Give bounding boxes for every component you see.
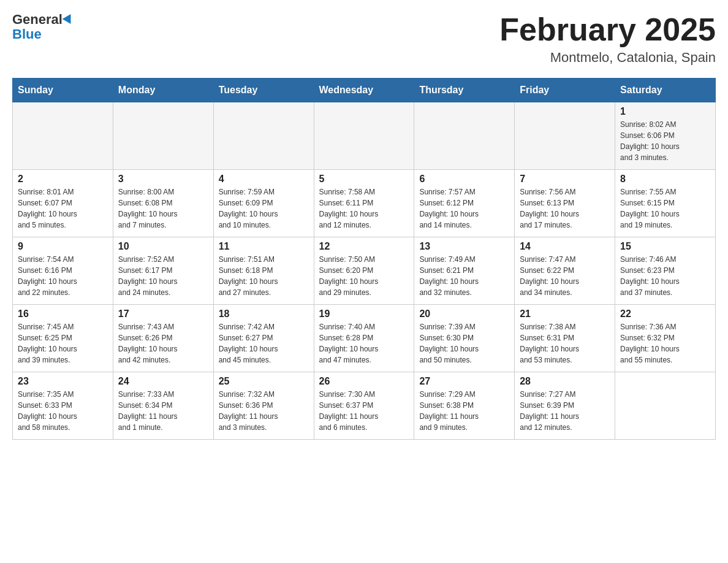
calendar-cell: 28Sunrise: 7:27 AMSunset: 6:39 PMDayligh… bbox=[515, 372, 615, 440]
calendar-cell: 8Sunrise: 7:55 AMSunset: 6:15 PMDaylight… bbox=[615, 170, 716, 237]
calendar-week-5: 23Sunrise: 7:35 AMSunset: 6:33 PMDayligh… bbox=[13, 372, 716, 440]
day-number: 19 bbox=[319, 308, 409, 320]
weekday-header-friday: Friday bbox=[515, 79, 615, 102]
calendar-cell: 24Sunrise: 7:33 AMSunset: 6:34 PMDayligh… bbox=[113, 372, 213, 440]
calendar-cell: 22Sunrise: 7:36 AMSunset: 6:32 PMDayligh… bbox=[615, 305, 716, 372]
day-info: Sunrise: 7:36 AMSunset: 6:32 PMDaylight:… bbox=[620, 321, 710, 366]
day-number: 10 bbox=[118, 241, 208, 252]
day-number: 8 bbox=[620, 174, 710, 185]
day-info: Sunrise: 7:59 AMSunset: 6:09 PMDaylight:… bbox=[219, 186, 309, 231]
day-number: 22 bbox=[620, 308, 710, 320]
day-info: Sunrise: 7:55 AMSunset: 6:15 PMDaylight:… bbox=[620, 186, 710, 231]
day-info: Sunrise: 7:45 AMSunset: 6:25 PMDaylight:… bbox=[18, 321, 108, 366]
day-info: Sunrise: 7:38 AMSunset: 6:31 PMDaylight:… bbox=[520, 321, 610, 366]
page-header: General Blue February 2025 Montmelo, Cat… bbox=[12, 12, 716, 66]
weekday-header-tuesday: Tuesday bbox=[213, 79, 314, 102]
calendar-cell bbox=[213, 102, 314, 170]
calendar-cell: 1Sunrise: 8:02 AMSunset: 6:06 PMDaylight… bbox=[615, 102, 716, 170]
day-number: 16 bbox=[18, 308, 108, 320]
calendar-week-1: 1Sunrise: 8:02 AMSunset: 6:06 PMDaylight… bbox=[13, 102, 716, 170]
day-number: 21 bbox=[520, 308, 610, 320]
calendar-cell: 15Sunrise: 7:46 AMSunset: 6:23 PMDayligh… bbox=[615, 237, 716, 305]
day-info: Sunrise: 7:54 AMSunset: 6:16 PMDaylight:… bbox=[18, 254, 108, 298]
calendar-cell: 2Sunrise: 8:01 AMSunset: 6:07 PMDaylight… bbox=[13, 170, 113, 237]
month-title: February 2025 bbox=[499, 12, 716, 47]
weekday-header-thursday: Thursday bbox=[414, 79, 515, 102]
calendar-cell: 17Sunrise: 7:43 AMSunset: 6:26 PMDayligh… bbox=[113, 305, 213, 372]
calendar-cell: 11Sunrise: 7:51 AMSunset: 6:18 PMDayligh… bbox=[213, 237, 314, 305]
location: Montmelo, Catalonia, Spain bbox=[499, 50, 716, 66]
calendar-cell: 16Sunrise: 7:45 AMSunset: 6:25 PMDayligh… bbox=[13, 305, 113, 372]
calendar-cell bbox=[13, 102, 113, 170]
calendar-cell: 4Sunrise: 7:59 AMSunset: 6:09 PMDaylight… bbox=[213, 170, 314, 237]
weekday-header-saturday: Saturday bbox=[615, 79, 716, 102]
weekday-header-sunday: Sunday bbox=[13, 79, 113, 102]
day-info: Sunrise: 7:29 AMSunset: 6:38 PMDaylight:… bbox=[419, 389, 509, 433]
calendar-cell: 14Sunrise: 7:47 AMSunset: 6:22 PMDayligh… bbox=[515, 237, 615, 305]
calendar-table: SundayMondayTuesdayWednesdayThursdayFrid… bbox=[12, 78, 716, 440]
day-info: Sunrise: 7:46 AMSunset: 6:23 PMDaylight:… bbox=[620, 254, 710, 298]
day-info: Sunrise: 7:27 AMSunset: 6:39 PMDaylight:… bbox=[520, 389, 610, 433]
day-number: 18 bbox=[219, 308, 309, 320]
day-number: 14 bbox=[520, 241, 610, 252]
calendar-cell: 13Sunrise: 7:49 AMSunset: 6:21 PMDayligh… bbox=[414, 237, 515, 305]
day-info: Sunrise: 7:57 AMSunset: 6:12 PMDaylight:… bbox=[419, 186, 509, 231]
calendar-cell: 25Sunrise: 7:32 AMSunset: 6:36 PMDayligh… bbox=[213, 372, 314, 440]
day-number: 5 bbox=[319, 174, 409, 185]
day-info: Sunrise: 7:40 AMSunset: 6:28 PMDaylight:… bbox=[319, 321, 409, 366]
calendar-week-2: 2Sunrise: 8:01 AMSunset: 6:07 PMDaylight… bbox=[13, 170, 716, 237]
calendar-cell bbox=[414, 102, 515, 170]
day-info: Sunrise: 7:33 AMSunset: 6:34 PMDaylight:… bbox=[118, 389, 208, 433]
day-number: 3 bbox=[118, 174, 208, 185]
calendar-cell: 5Sunrise: 7:58 AMSunset: 6:11 PMDaylight… bbox=[314, 170, 414, 237]
logo-general-text: General bbox=[12, 12, 63, 27]
day-info: Sunrise: 7:58 AMSunset: 6:11 PMDaylight:… bbox=[319, 186, 409, 231]
day-info: Sunrise: 7:30 AMSunset: 6:37 PMDaylight:… bbox=[319, 389, 409, 433]
day-number: 23 bbox=[18, 376, 108, 387]
day-info: Sunrise: 7:35 AMSunset: 6:33 PMDaylight:… bbox=[18, 389, 108, 433]
weekday-header-wednesday: Wednesday bbox=[314, 79, 414, 102]
day-number: 12 bbox=[319, 241, 409, 252]
logo-triangle-icon bbox=[63, 14, 75, 26]
day-number: 17 bbox=[118, 308, 208, 320]
calendar-cell: 18Sunrise: 7:42 AMSunset: 6:27 PMDayligh… bbox=[213, 305, 314, 372]
calendar-cell: 9Sunrise: 7:54 AMSunset: 6:16 PMDaylight… bbox=[13, 237, 113, 305]
calendar-cell: 12Sunrise: 7:50 AMSunset: 6:20 PMDayligh… bbox=[314, 237, 414, 305]
calendar-cell bbox=[615, 372, 716, 440]
calendar-cell bbox=[515, 102, 615, 170]
calendar-cell: 23Sunrise: 7:35 AMSunset: 6:33 PMDayligh… bbox=[13, 372, 113, 440]
calendar-cell bbox=[314, 102, 414, 170]
day-number: 25 bbox=[219, 376, 309, 387]
day-number: 6 bbox=[419, 174, 509, 185]
day-number: 15 bbox=[620, 241, 710, 252]
day-number: 24 bbox=[118, 376, 208, 387]
day-number: 27 bbox=[419, 376, 509, 387]
day-info: Sunrise: 7:47 AMSunset: 6:22 PMDaylight:… bbox=[520, 254, 610, 298]
day-info: Sunrise: 7:51 AMSunset: 6:18 PMDaylight:… bbox=[219, 254, 309, 298]
day-info: Sunrise: 7:39 AMSunset: 6:30 PMDaylight:… bbox=[419, 321, 509, 366]
calendar-cell: 3Sunrise: 8:00 AMSunset: 6:08 PMDaylight… bbox=[113, 170, 213, 237]
calendar-cell: 6Sunrise: 7:57 AMSunset: 6:12 PMDaylight… bbox=[414, 170, 515, 237]
day-number: 2 bbox=[18, 174, 108, 185]
calendar-cell bbox=[113, 102, 213, 170]
day-info: Sunrise: 8:01 AMSunset: 6:07 PMDaylight:… bbox=[18, 186, 108, 231]
day-number: 28 bbox=[520, 376, 610, 387]
day-info: Sunrise: 8:02 AMSunset: 6:06 PMDaylight:… bbox=[620, 119, 710, 163]
day-number: 11 bbox=[219, 241, 309, 252]
calendar-cell: 27Sunrise: 7:29 AMSunset: 6:38 PMDayligh… bbox=[414, 372, 515, 440]
day-info: Sunrise: 7:52 AMSunset: 6:17 PMDaylight:… bbox=[118, 254, 208, 298]
day-number: 13 bbox=[419, 241, 509, 252]
calendar-cell: 26Sunrise: 7:30 AMSunset: 6:37 PMDayligh… bbox=[314, 372, 414, 440]
day-info: Sunrise: 7:42 AMSunset: 6:27 PMDaylight:… bbox=[219, 321, 309, 366]
day-info: Sunrise: 7:56 AMSunset: 6:13 PMDaylight:… bbox=[520, 186, 610, 231]
weekday-header-row: SundayMondayTuesdayWednesdayThursdayFrid… bbox=[13, 79, 716, 102]
day-info: Sunrise: 7:50 AMSunset: 6:20 PMDaylight:… bbox=[319, 254, 409, 298]
day-number: 7 bbox=[520, 174, 610, 185]
calendar-week-3: 9Sunrise: 7:54 AMSunset: 6:16 PMDaylight… bbox=[13, 237, 716, 305]
day-number: 4 bbox=[219, 174, 309, 185]
day-number: 20 bbox=[419, 308, 509, 320]
day-info: Sunrise: 7:32 AMSunset: 6:36 PMDaylight:… bbox=[219, 389, 309, 433]
weekday-header-monday: Monday bbox=[113, 79, 213, 102]
day-info: Sunrise: 7:49 AMSunset: 6:21 PMDaylight:… bbox=[419, 254, 509, 298]
calendar-week-4: 16Sunrise: 7:45 AMSunset: 6:25 PMDayligh… bbox=[13, 305, 716, 372]
